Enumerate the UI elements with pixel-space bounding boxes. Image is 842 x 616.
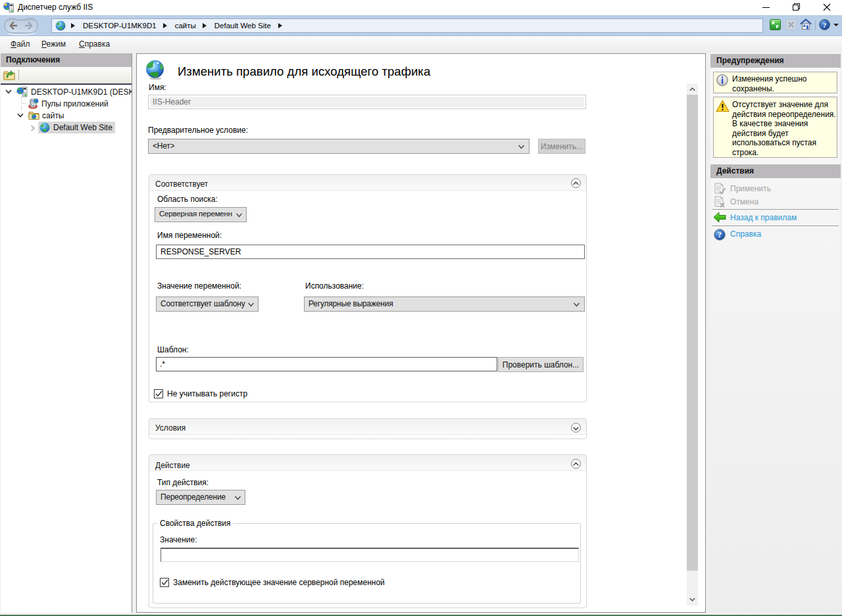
svg-text:?: ? xyxy=(718,230,722,239)
svg-text:?: ? xyxy=(823,21,826,29)
